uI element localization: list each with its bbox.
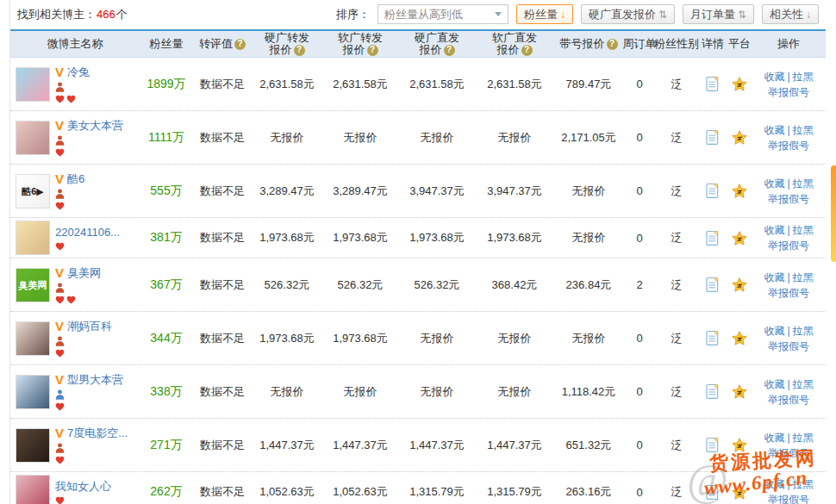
detail-document-icon[interactable] — [706, 129, 720, 146]
sort-button-relevance[interactable]: 相关性↓ — [762, 4, 819, 24]
soft-repost-price: 2,631.58元 — [322, 77, 398, 92]
avatar[interactable] — [16, 121, 50, 155]
report-fake-link[interactable]: 举报假号 — [768, 494, 809, 504]
female-icon — [55, 336, 65, 346]
platform-star-icon[interactable] — [732, 331, 747, 345]
column-header-p3: 硬广直发报价? — [398, 31, 476, 57]
block-link[interactable]: 拉黑 — [793, 124, 814, 136]
favorite-link[interactable]: 收藏 — [764, 271, 784, 283]
blogger-name-link[interactable]: 潮妈百科 — [67, 320, 112, 333]
block-link[interactable]: 拉黑 — [793, 478, 814, 490]
favorite-link[interactable]: 收藏 — [764, 432, 784, 444]
favorite-link[interactable]: 收藏 — [764, 378, 784, 390]
column-header-label: 操作 — [777, 38, 800, 50]
soft-direct-price: 无报价 — [476, 331, 553, 346]
favorite-link[interactable]: 收藏 — [764, 224, 784, 236]
favorite-link[interactable]: 收藏 — [764, 71, 784, 83]
blogger-cell: 我知女人心 — [10, 475, 140, 504]
help-icon[interactable]: ? — [234, 39, 246, 50]
help-icon[interactable]: ? — [294, 45, 305, 56]
fans-gender: 泛 — [655, 384, 698, 400]
report-fake-link[interactable]: 举报假号 — [768, 240, 809, 252]
block-link[interactable]: 拉黑 — [793, 378, 814, 390]
blogger-name-link[interactable]: 型男大本营 — [67, 373, 123, 387]
platform-star-icon[interactable] — [732, 485, 747, 500]
report-fake-link[interactable]: 举报假号 — [768, 394, 809, 406]
blogger-name-link[interactable]: 臭美网 — [67, 266, 101, 280]
avatar[interactable] — [16, 475, 50, 504]
platform-cell — [727, 438, 752, 452]
results-bar: 找到相关博主：466个 排序： 粉丝量从高到低 粉丝量↓硬广直发报价⇅月订单量⇅… — [10, 0, 826, 29]
platform-star-icon[interactable] — [732, 184, 747, 198]
report-fake-link[interactable]: 举报假号 — [768, 447, 809, 459]
platform-star-icon[interactable] — [732, 438, 747, 452]
favorite-link[interactable]: 收藏 — [764, 177, 784, 190]
detail-document-icon[interactable] — [706, 230, 720, 246]
report-fake-link[interactable]: 举报假号 — [768, 140, 809, 152]
mention-price: 无报价 — [553, 331, 624, 346]
blogger-name-link[interactable]: 冷兔 — [67, 65, 90, 79]
content-panel: 找到相关博主：466个 排序： 粉丝量从高到低 粉丝量↓硬广直发报价⇅月订单量⇅… — [9, 0, 826, 504]
blogger-name-link[interactable]: 酷6 — [67, 172, 84, 186]
avatar[interactable] — [16, 67, 50, 102]
repost-comment-value: 数据不足 — [193, 184, 252, 199]
female-icon — [55, 443, 65, 453]
table-row: 220241106...381万数据不足1,973.68元1,973.68元1,… — [10, 218, 826, 258]
platform-star-icon[interactable] — [732, 130, 747, 145]
help-icon[interactable]: ? — [367, 45, 378, 56]
weekly-orders: 2 — [624, 278, 655, 291]
block-link[interactable]: 拉黑 — [793, 224, 814, 236]
blogger-name-link[interactable]: 7度电影空... — [67, 426, 128, 440]
report-fake-link[interactable]: 举报假号 — [768, 86, 809, 98]
action-separator: | — [787, 271, 789, 283]
fans-count: 271万 — [140, 438, 193, 453]
help-icon[interactable]: ? — [444, 45, 455, 56]
detail-document-icon[interactable] — [706, 183, 720, 199]
verified-v-icon: V — [55, 173, 64, 185]
repost-comment-value: 数据不足 — [193, 484, 252, 500]
platform-star-icon[interactable] — [732, 277, 747, 292]
blogger-name-link[interactable]: 220241106... — [55, 226, 120, 240]
platform-star-icon[interactable] — [732, 77, 747, 91]
sort-button-label: 相关性 — [770, 7, 803, 22]
sort-select[interactable]: 粉丝量从高到低 — [377, 4, 508, 24]
avatar[interactable] — [16, 375, 50, 409]
detail-document-icon[interactable] — [706, 383, 720, 400]
sort-button-fans[interactable]: 粉丝量↓ — [516, 4, 573, 24]
favorite-link[interactable]: 收藏 — [764, 124, 784, 136]
sort-select-value: 粉丝量从高到低 — [384, 7, 463, 22]
block-link[interactable]: 拉黑 — [793, 325, 814, 337]
sort-button-hard-direct-price[interactable]: 硬广直发报价⇅ — [581, 4, 675, 24]
avatar[interactable]: 酷6▶ — [16, 174, 50, 208]
avatar[interactable]: 臭美网 — [16, 268, 50, 302]
blogger-name-link[interactable]: 我知女人心 — [55, 480, 111, 494]
report-fake-link[interactable]: 举报假号 — [768, 287, 809, 299]
avatar[interactable] — [16, 321, 50, 356]
blogger-cell: V7度电影空... — [10, 426, 140, 464]
block-link[interactable]: 拉黑 — [793, 432, 814, 444]
report-fake-link[interactable]: 举报假号 — [768, 340, 809, 352]
platform-cell — [727, 130, 752, 145]
help-icon[interactable]: ? — [607, 39, 618, 50]
right-edge-banner[interactable] — [831, 165, 836, 262]
block-link[interactable]: 拉黑 — [793, 71, 814, 83]
platform-star-icon[interactable] — [732, 384, 747, 399]
platform-star-icon[interactable] — [732, 231, 747, 246]
detail-document-icon[interactable] — [706, 437, 720, 453]
action-separator: | — [787, 124, 789, 136]
detail-document-icon[interactable] — [706, 277, 720, 293]
avatar[interactable] — [16, 428, 50, 463]
detail-document-icon[interactable] — [706, 484, 720, 501]
platform-cell — [727, 77, 752, 91]
block-link[interactable]: 拉黑 — [793, 177, 814, 190]
block-link[interactable]: 拉黑 — [793, 271, 814, 283]
detail-document-icon[interactable] — [706, 76, 720, 92]
detail-document-icon[interactable] — [706, 330, 720, 346]
help-icon[interactable]: ? — [521, 45, 533, 56]
favorite-link[interactable]: 收藏 — [764, 478, 784, 490]
blogger-name-link[interactable]: 美女大本营 — [67, 119, 123, 133]
report-fake-link[interactable]: 举报假号 — [768, 193, 809, 205]
sort-button-monthly-orders[interactable]: 月订单量⇅ — [683, 4, 754, 24]
favorite-link[interactable]: 收藏 — [764, 325, 784, 337]
avatar[interactable] — [16, 221, 50, 255]
